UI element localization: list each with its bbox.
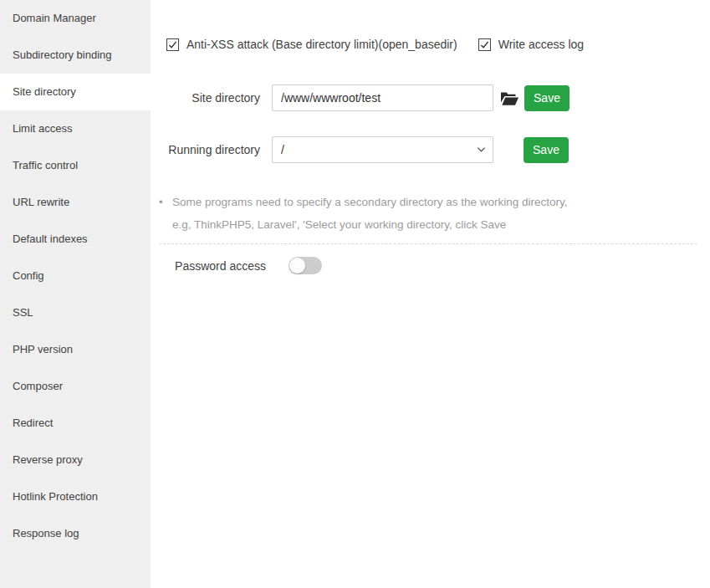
checkbox-row: Anti-XSS attack (Base directory limit)(o…: [166, 38, 710, 51]
anti-xss-checkbox-label: Anti-XSS attack (Base directory limit)(o…: [186, 38, 457, 51]
sidebar-item-hotlink-protection[interactable]: Hotlink Protection: [0, 478, 151, 515]
sidebar-item-list: Domain ManagerSubdirectory bindingSite d…: [0, 0, 151, 552]
sidebar-item-limit-access[interactable]: Limit access: [0, 110, 151, 147]
sidebar-item-composer[interactable]: Composer: [0, 368, 151, 405]
site-directory-input[interactable]: [272, 84, 493, 111]
password-access-toggle[interactable]: [289, 257, 322, 274]
check-icon: [480, 40, 489, 49]
toggle-knob: [289, 258, 305, 274]
site-directory-row: Site directory Save: [151, 84, 710, 111]
note-line-1: Some programs need to specify a secondar…: [172, 191, 567, 213]
site-directory-save-button[interactable]: Save: [524, 85, 570, 111]
anti-xss-checkbox-group: Anti-XSS attack (Base directory limit)(o…: [166, 38, 457, 51]
write-access-log-checkbox-label: Write access log: [498, 38, 584, 51]
sidebar: Domain ManagerSubdirectory bindingSite d…: [0, 0, 151, 588]
site-settings-panel: Anti-XSS attack (Base directory limit)(o…: [151, 0, 710, 274]
write-access-log-checkbox[interactable]: [478, 38, 491, 51]
running-directory-row: Running directory / Save: [151, 136, 710, 163]
password-access-label: Password access: [151, 259, 266, 273]
sidebar-item-default-indexes[interactable]: Default indexes: [0, 221, 151, 258]
sidebar-item-url-rewrite[interactable]: URL rewrite: [0, 184, 151, 221]
running-directory-select[interactable]: /: [272, 136, 493, 163]
note-text: Some programs need to specify a secondar…: [172, 191, 567, 236]
write-access-log-checkbox-group: Write access log: [478, 38, 584, 51]
open-folder-icon[interactable]: [501, 91, 518, 105]
sidebar-item-domain-manager[interactable]: Domain Manager: [0, 0, 151, 37]
running-directory-save-button[interactable]: Save: [524, 137, 569, 163]
site-directory-label: Site directory: [151, 91, 260, 105]
note-line-2: e.g, ThinkPHP5, Laravel', 'Select your w…: [172, 213, 567, 236]
note-inner: • Some programs need to specify a second…: [159, 191, 697, 236]
sidebar-item-ssl[interactable]: SSL: [0, 294, 151, 331]
sidebar-item-site-directory[interactable]: Site directory: [0, 74, 151, 110]
running-directory-note: • Some programs need to specify a second…: [159, 191, 697, 244]
check-icon: [168, 40, 177, 49]
sidebar-item-traffic-control[interactable]: Traffic control: [0, 147, 151, 184]
sidebar-item-redirect[interactable]: Redirect: [0, 405, 151, 442]
password-access-row: Password access: [151, 257, 710, 274]
sidebar-item-subdirectory-binding[interactable]: Subdirectory binding: [0, 37, 151, 74]
sidebar-item-reverse-proxy[interactable]: Reverse proxy: [0, 442, 151, 478]
sidebar-item-php-version[interactable]: PHP version: [0, 331, 151, 368]
bullet-icon: •: [159, 191, 172, 236]
running-directory-select-wrap: /: [272, 136, 493, 163]
sidebar-item-response-log[interactable]: Response log: [0, 515, 151, 552]
sidebar-item-config[interactable]: Config: [0, 258, 151, 294]
running-directory-label: Running directory: [151, 143, 260, 156]
anti-xss-checkbox[interactable]: [166, 38, 179, 51]
